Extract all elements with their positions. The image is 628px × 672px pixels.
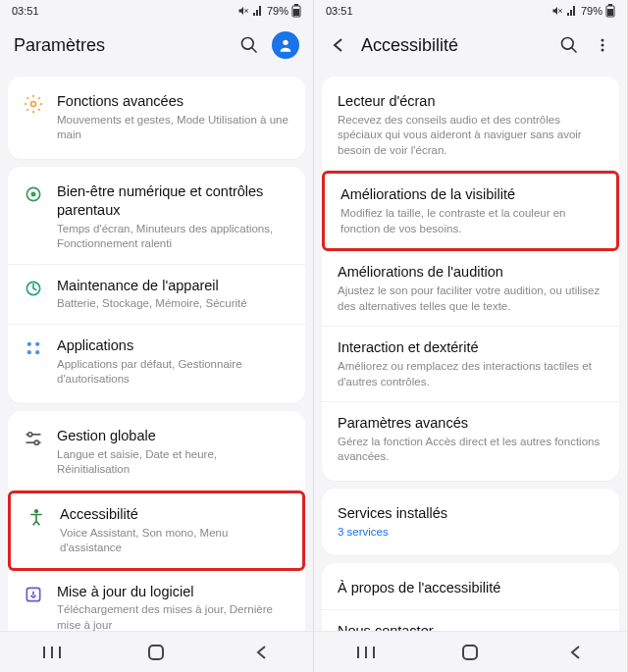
row-sub: Gérez la fonction Accès direct et les au… <box>338 435 605 465</box>
settings-screen: 03:51 79% Paramètres Fonctions avancéesM… <box>0 0 314 672</box>
settings-card: Bien-être numérique et contrôles parenta… <box>8 167 305 403</box>
row-sub: Ajustez le son pour faciliter votre audi… <box>338 284 605 314</box>
battery-label: 79% <box>581 5 602 17</box>
status-bar: 03:51 79% <box>314 0 627 22</box>
status-time: 03:51 <box>12 5 39 17</box>
back-icon[interactable] <box>328 34 349 56</box>
row-title: Fonctions avancées <box>57 92 291 111</box>
row-sub: Batterie, Stockage, Mémoire, Sécurité <box>57 296 291 312</box>
row-title: Gestion globale <box>57 427 291 445</box>
svg-point-30 <box>562 38 574 50</box>
svg-point-10 <box>27 342 31 346</box>
account-icon[interactable] <box>272 31 299 59</box>
svg-point-33 <box>602 44 604 47</box>
row-sub: Téléchargement des mises à jour, Dernièr… <box>57 602 291 631</box>
row-text: Services installés3 services <box>338 504 605 540</box>
back-button[interactable] <box>236 641 286 664</box>
settings-row[interactable]: ApplicationsApplications par défaut, Ges… <box>8 325 305 399</box>
svg-point-18 <box>34 509 38 513</box>
settings-card: Lecteur d'écranRecevez des conseils audi… <box>322 77 619 481</box>
row-title: Nous contacter <box>338 622 605 631</box>
sliders-icon <box>22 427 45 450</box>
row-text: Bien-être numérique et contrôles parenta… <box>57 182 291 252</box>
svg-rect-29 <box>607 9 613 16</box>
svg-point-8 <box>31 191 36 196</box>
svg-point-6 <box>31 102 36 107</box>
search-icon[interactable] <box>558 34 580 56</box>
row-text: Lecteur d'écranRecevez des conseils audi… <box>338 92 605 158</box>
header: Accessibilité <box>314 22 627 69</box>
wellbeing-icon <box>22 182 45 206</box>
settings-row[interactable]: Mise à jour du logicielTéléchargement de… <box>8 571 305 631</box>
home-button[interactable] <box>445 641 495 664</box>
row-title: À propos de l'accessibilité <box>338 579 605 597</box>
svg-point-11 <box>35 342 39 346</box>
update-icon <box>22 583 45 606</box>
row-sub: Voice Assistant, Son mono, Menu d'assist… <box>60 526 288 556</box>
settings-row[interactable]: Lecteur d'écranRecevez des conseils audi… <box>322 80 619 171</box>
row-text: ApplicationsApplications par défaut, Ges… <box>57 336 291 388</box>
more-icon[interactable] <box>592 34 613 56</box>
row-title: Paramètres avancés <box>338 414 605 433</box>
battery-icon <box>605 4 615 18</box>
accessibility-icon <box>25 505 48 529</box>
page-title: Paramètres <box>14 35 227 56</box>
search-icon[interactable] <box>238 34 260 56</box>
status-right: 79% <box>237 4 301 18</box>
settings-row[interactable]: Nous contacter <box>322 610 619 631</box>
row-sub: Applications par défaut, Gestionnaire d'… <box>57 357 291 388</box>
settings-row[interactable]: Interaction et dextéritéAméliorez ou rem… <box>322 327 619 402</box>
battery-icon <box>291 4 301 18</box>
svg-point-12 <box>27 350 31 354</box>
settings-row[interactable]: AccessibilitéVoice Assistant, Son mono, … <box>8 491 305 571</box>
settings-row[interactable]: Paramètres avancésGérez la fonction Accè… <box>322 402 619 477</box>
settings-card: Services installés3 services <box>322 489 619 555</box>
gear-icon <box>22 92 45 116</box>
row-title: Améliorations de l'audition <box>338 263 605 282</box>
row-text: Nous contacter <box>338 622 605 631</box>
settings-row[interactable]: Fonctions avancéesMouvements et gestes, … <box>8 80 305 155</box>
row-title: Applications <box>57 336 291 355</box>
recents-button[interactable] <box>27 641 77 664</box>
settings-row[interactable]: Améliorations de l'auditionAjustez le so… <box>322 251 619 327</box>
nav-bar <box>0 631 313 672</box>
signal-icon <box>566 5 578 17</box>
row-sub: Modifiez la taille, le contraste et la c… <box>340 206 602 236</box>
settings-row[interactable]: Bien-être numérique et contrôles parenta… <box>8 171 305 265</box>
row-sub: Recevez des conseils audio et des contrô… <box>338 113 605 159</box>
settings-row[interactable]: Maintenance de l'appareilBatterie, Stock… <box>8 265 305 325</box>
settings-card: Fonctions avancéesMouvements et gestes, … <box>8 77 305 159</box>
settings-row[interactable]: Améliorations de la visibilitéModifiez l… <box>322 171 619 251</box>
header: Paramètres <box>0 22 313 69</box>
settings-list[interactable]: Fonctions avancéesMouvements et gestes, … <box>0 69 313 631</box>
settings-row[interactable]: Gestion globaleLangue et saisie, Date et… <box>8 415 305 491</box>
row-title: Maintenance de l'appareil <box>57 277 291 295</box>
status-bar: 03:51 79% <box>0 0 313 22</box>
status-right: 79% <box>551 4 615 18</box>
settings-row[interactable]: À propos de l'accessibilité <box>322 567 619 610</box>
row-text: Améliorations de l'auditionAjustez le so… <box>338 263 605 314</box>
svg-point-34 <box>602 49 604 52</box>
home-button[interactable] <box>131 641 181 664</box>
svg-rect-26 <box>149 646 163 659</box>
svg-line-4 <box>252 48 257 53</box>
svg-point-3 <box>242 38 254 50</box>
svg-rect-2 <box>293 9 299 16</box>
status-time: 03:51 <box>326 5 353 17</box>
row-title: Interaction et dextérité <box>338 338 605 357</box>
mute-icon <box>237 5 249 17</box>
maintenance-icon <box>22 277 45 300</box>
recents-button[interactable] <box>341 641 391 664</box>
mute-icon <box>551 5 563 17</box>
settings-row[interactable]: Services installés3 services <box>322 492 619 551</box>
back-button[interactable] <box>550 641 600 664</box>
row-sub: Mouvements et gestes, Mode Utilisation à… <box>57 113 291 143</box>
row-sub: 3 services <box>338 525 605 541</box>
svg-rect-1 <box>294 4 298 6</box>
row-text: Paramètres avancésGérez la fonction Accè… <box>338 414 605 465</box>
accessibility-list[interactable]: Lecteur d'écranRecevez des conseils audi… <box>314 69 627 631</box>
settings-card: À propos de l'accessibilitéNous contacte… <box>322 563 619 631</box>
row-title: Mise à jour du logiciel <box>57 583 291 601</box>
svg-point-5 <box>283 40 288 45</box>
row-title: Bien-être numérique et contrôles parenta… <box>57 182 291 220</box>
